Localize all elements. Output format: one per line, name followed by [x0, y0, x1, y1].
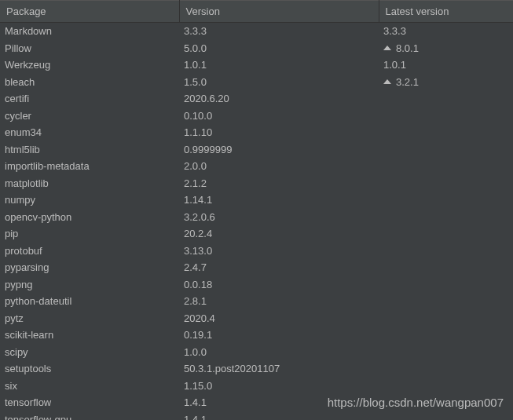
latest-version-cell — [379, 192, 513, 209]
version-cell: 2020.6.20 — [179, 90, 379, 108]
version-cell: 1.4.1 — [179, 411, 379, 421]
version-cell: 3.3.3 — [179, 23, 379, 40]
version-cell: 3.2.0.6 — [179, 209, 379, 226]
table-row[interactable]: cycler0.10.0 — [0, 108, 513, 125]
package-name-cell: Markdown — [0, 23, 179, 40]
table-row[interactable]: tensorflow1.4.1 — [0, 394, 513, 411]
table-row[interactable]: protobuf3.13.0 — [0, 243, 513, 260]
latest-version-cell: 3.3.3 — [379, 23, 513, 40]
package-name-cell: numpy — [0, 192, 179, 209]
latest-version-cell — [379, 209, 513, 226]
upgrade-available-icon — [383, 46, 391, 50]
latest-version-cell: 3.2.1 — [379, 74, 513, 91]
table-row[interactable]: pypng0.0.18 — [0, 276, 513, 294]
package-name-cell: pyparsing — [0, 259, 179, 276]
package-name-cell: cycler — [0, 108, 179, 125]
latest-version-text: 1.0.1 — [383, 59, 406, 71]
latest-version-cell — [379, 108, 513, 125]
version-cell: 1.1.10 — [179, 124, 379, 141]
package-name-cell: scipy — [0, 344, 179, 361]
packages-table: Package Version Latest version Markdown3… — [0, 0, 513, 420]
table-row[interactable]: pip20.2.4 — [0, 225, 513, 243]
package-name-cell: importlib-metadata — [0, 158, 179, 175]
latest-version-cell — [379, 124, 513, 141]
table-row[interactable]: pytz2020.4 — [0, 310, 513, 327]
package-name-cell: Werkzeug — [0, 57, 179, 74]
version-cell: 2020.4 — [179, 310, 379, 327]
table-row[interactable]: Werkzeug1.0.11.0.1 — [0, 57, 513, 74]
table-row[interactable]: matplotlib2.1.2 — [0, 175, 513, 192]
package-name-cell: pytz — [0, 310, 179, 327]
package-name-cell: matplotlib — [0, 175, 179, 192]
table-row[interactable]: tensorflow-gpu1.4.1 — [0, 411, 513, 421]
package-name-cell: six — [0, 378, 179, 395]
latest-version-text: 3.3.3 — [383, 25, 406, 37]
package-name-cell: html5lib — [0, 141, 179, 159]
version-cell: 1.15.0 — [179, 378, 379, 395]
version-cell: 2.0.0 — [179, 158, 379, 175]
header-version[interactable]: Version — [179, 1, 379, 23]
latest-version-cell — [379, 243, 513, 260]
latest-version-cell — [379, 276, 513, 294]
latest-version-cell — [379, 158, 513, 175]
latest-version-cell — [379, 344, 513, 361]
package-name-cell: opencv-python — [0, 209, 179, 226]
version-cell: 0.19.1 — [179, 327, 379, 344]
table-row[interactable]: scikit-learn0.19.1 — [0, 327, 513, 344]
version-cell: 1.5.0 — [179, 74, 379, 91]
latest-version-cell — [379, 360, 513, 378]
latest-version-cell — [379, 411, 513, 421]
package-name-cell: scikit-learn — [0, 327, 179, 344]
latest-version-cell: 1.0.1 — [379, 57, 513, 74]
table-row[interactable]: Pillow5.0.08.0.1 — [0, 40, 513, 57]
table-row[interactable]: python-dateutil2.8.1 — [0, 293, 513, 310]
version-cell: 2.1.2 — [179, 175, 379, 192]
package-name-cell: pypng — [0, 276, 179, 294]
package-name-cell: tensorflow — [0, 394, 179, 411]
package-name-cell: enum34 — [0, 124, 179, 141]
package-name-cell: python-dateutil — [0, 293, 179, 310]
version-cell: 20.2.4 — [179, 225, 379, 243]
package-name-cell: protobuf — [0, 243, 179, 260]
latest-version-cell — [379, 310, 513, 327]
table-row[interactable]: pyparsing2.4.7 — [0, 259, 513, 276]
package-name-cell: setuptools — [0, 360, 179, 378]
version-cell: 0.0.18 — [179, 276, 379, 294]
latest-version-cell — [379, 175, 513, 192]
table-row[interactable]: enum341.1.10 — [0, 124, 513, 141]
latest-version-cell — [379, 293, 513, 310]
latest-version-cell — [379, 225, 513, 243]
package-name-cell: pip — [0, 225, 179, 243]
header-package[interactable]: Package — [0, 1, 179, 23]
version-cell: 3.13.0 — [179, 243, 379, 260]
table-row[interactable]: html5lib0.9999999 — [0, 141, 513, 159]
package-name-cell: tensorflow-gpu — [0, 411, 179, 421]
version-cell: 2.4.7 — [179, 259, 379, 276]
table-row[interactable]: importlib-metadata2.0.0 — [0, 158, 513, 175]
version-cell: 50.3.1.post20201107 — [179, 360, 379, 378]
version-cell: 1.14.1 — [179, 192, 379, 209]
table-row[interactable]: six1.15.0 — [0, 378, 513, 395]
latest-version-cell: 8.0.1 — [379, 40, 513, 57]
latest-version-text: 3.2.1 — [396, 76, 419, 88]
table-row[interactable]: opencv-python3.2.0.6 — [0, 209, 513, 226]
version-cell: 5.0.0 — [179, 40, 379, 57]
table-row[interactable]: Markdown3.3.33.3.3 — [0, 23, 513, 40]
version-cell: 1.0.1 — [179, 57, 379, 74]
version-cell: 2.8.1 — [179, 293, 379, 310]
upgrade-available-icon — [383, 79, 391, 84]
table-row[interactable]: certifi2020.6.20 — [0, 90, 513, 108]
table-header-row: Package Version Latest version — [0, 1, 513, 23]
version-cell: 0.10.0 — [179, 108, 379, 125]
package-name-cell: certifi — [0, 90, 179, 108]
header-latest[interactable]: Latest version — [379, 1, 513, 23]
latest-version-cell — [379, 141, 513, 159]
table-row[interactable]: bleach1.5.03.2.1 — [0, 74, 513, 91]
latest-version-cell — [379, 259, 513, 276]
table-row[interactable]: scipy1.0.0 — [0, 344, 513, 361]
latest-version-cell — [379, 378, 513, 395]
table-row[interactable]: setuptools50.3.1.post20201107 — [0, 360, 513, 378]
table-row[interactable]: numpy1.14.1 — [0, 192, 513, 209]
latest-version-text: 8.0.1 — [396, 42, 419, 54]
package-name-cell: bleach — [0, 74, 179, 91]
